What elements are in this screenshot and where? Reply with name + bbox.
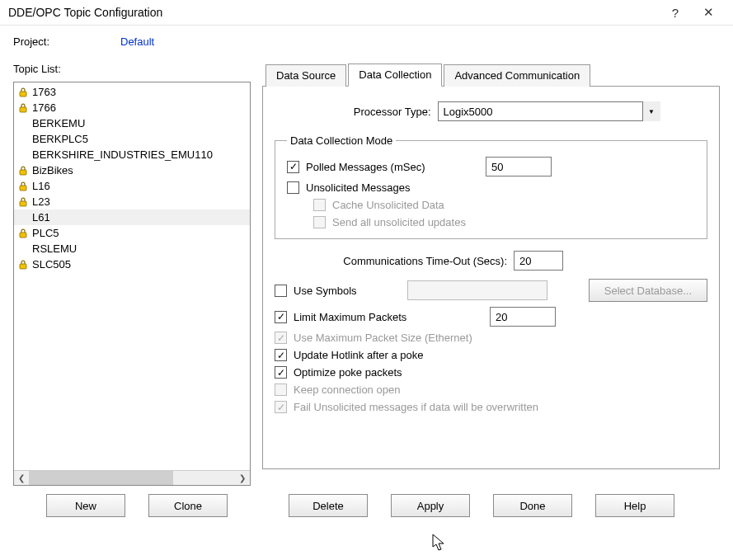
spacer	[17, 134, 29, 145]
topic-list[interactable]: 17631766BERKEMUBERKPLC5BERKSHIRE_INDUSTR…	[13, 82, 251, 486]
topic-item[interactable]: SLC505	[14, 256, 250, 272]
svg-rect-5	[20, 233, 26, 238]
lock-icon	[17, 102, 29, 114]
unsolicited-messages-checkbox[interactable]	[287, 181, 299, 194]
tab-strip: Data Source Data Collection Advanced Com…	[262, 63, 720, 87]
topic-item[interactable]: BERKSHIRE_INDUSTRIES_EMU110	[14, 147, 250, 162]
topic-item-label: SLC505	[32, 258, 71, 271]
limit-max-packets-input[interactable]	[490, 307, 556, 327]
send-all-unsolicited-checkbox	[313, 216, 326, 228]
use-symbols-checkbox[interactable]	[275, 285, 287, 297]
clone-button[interactable]: Clone	[148, 494, 228, 517]
new-button[interactable]: New	[46, 494, 125, 517]
dialog-button-row: New Clone Delete Apply Done Help	[13, 494, 720, 517]
lock-icon	[17, 196, 29, 208]
use-symbols-label: Use Symbols	[294, 285, 401, 297]
lock-icon	[17, 87, 29, 98]
topic-item[interactable]: L16	[14, 178, 250, 194]
polled-messages-checkbox[interactable]	[287, 161, 299, 173]
tab-data-collection[interactable]: Data Collection	[348, 64, 442, 87]
topic-item[interactable]: PLC5	[14, 225, 250, 241]
topic-item[interactable]: L23	[14, 194, 250, 209]
processor-type-value: Logix5000	[444, 106, 493, 118]
tab-panel-data-collection: Processor Type: Logix5000 ▼ Data Collect…	[262, 87, 720, 469]
polled-messages-label: Polled Messages (mSec)	[306, 161, 479, 173]
update-hotlink-label: Update Hotlink after a poke	[294, 349, 424, 361]
project-label: Project:	[13, 35, 120, 48]
topic-item[interactable]: 1763	[14, 84, 250, 100]
spacer	[17, 212, 29, 224]
use-max-packet-size-label: Use Maximum Packet Size (Ethernet)	[294, 332, 472, 344]
keep-connection-open-label: Keep connection open	[294, 384, 400, 396]
spacer	[17, 243, 29, 255]
topic-item-label: L23	[32, 195, 50, 208]
topic-item-label: PLC5	[32, 227, 59, 239]
topic-item[interactable]: L61	[14, 209, 250, 225]
window-title: DDE/OPC Topic Configuration	[8, 6, 659, 19]
topic-item[interactable]: BizBikes	[14, 162, 250, 178]
spacer	[17, 149, 29, 161]
delete-button[interactable]: Delete	[289, 494, 368, 517]
svg-rect-2	[20, 170, 26, 175]
select-database-button: Select Database...	[589, 279, 707, 302]
lock-icon	[17, 259, 29, 271]
use-max-packet-size-checkbox	[275, 332, 287, 344]
topic-item-label: L61	[32, 211, 50, 224]
horizontal-scrollbar[interactable]: ❮ ❯	[14, 470, 250, 485]
lock-icon	[17, 228, 29, 239]
processor-type-select[interactable]: Logix5000 ▼	[438, 101, 660, 121]
title-bar: DDE/OPC Topic Configuration ? ✕	[0, 0, 733, 26]
data-collection-mode-label: Data Collection Mode	[287, 134, 396, 147]
svg-rect-1	[20, 107, 26, 112]
done-button[interactable]: Done	[493, 494, 572, 517]
close-icon[interactable]: ✕	[692, 5, 725, 20]
svg-rect-4	[20, 201, 26, 206]
optimize-poke-label: Optimize poke packets	[294, 366, 402, 379]
topic-item[interactable]: BERKEMU	[14, 115, 250, 131]
help-button[interactable]: Help	[595, 494, 674, 517]
mouse-cursor-icon	[432, 534, 445, 552]
comm-timeout-input[interactable]	[514, 251, 563, 271]
fail-unsolicited-checkbox	[275, 401, 287, 413]
scroll-left-icon[interactable]: ❮	[14, 471, 29, 486]
topic-item[interactable]: BERKPLC5	[14, 131, 250, 147]
tab-data-source[interactable]: Data Source	[265, 64, 346, 87]
cache-unsolicited-label: Cache Unsolicited Data	[332, 199, 444, 211]
topic-item-label: RSLEMU	[32, 242, 77, 255]
svg-rect-0	[20, 92, 26, 96]
send-all-unsolicited-label: Send all unsolicited updates	[332, 216, 466, 228]
limit-max-packets-label: Limit Maximum Packets	[294, 311, 483, 323]
use-symbols-input	[407, 280, 547, 300]
lock-icon	[17, 165, 29, 176]
project-row: Project: Default	[13, 35, 720, 48]
scroll-right-icon[interactable]: ❯	[235, 471, 250, 486]
topic-item[interactable]: RSLEMU	[14, 241, 250, 256]
project-value: Default	[120, 35, 154, 48]
apply-button[interactable]: Apply	[391, 494, 470, 517]
help-icon[interactable]: ?	[659, 6, 692, 20]
topic-item-label: BERKSHIRE_INDUSTRIES_EMU110	[32, 148, 213, 161]
chevron-down-icon[interactable]: ▼	[642, 101, 660, 121]
cache-unsolicited-checkbox	[313, 199, 326, 211]
comm-timeout-label: Communications Time-Out (Secs):	[324, 255, 514, 267]
limit-max-packets-checkbox[interactable]	[275, 311, 287, 323]
update-hotlink-checkbox[interactable]	[275, 349, 287, 361]
topic-item-label: 1763	[32, 86, 56, 98]
processor-type-label: Processor Type:	[322, 106, 438, 118]
topic-list-label: Topic List:	[13, 63, 251, 75]
svg-rect-6	[20, 264, 26, 269]
topic-item[interactable]: 1766	[14, 100, 250, 115]
optimize-poke-checkbox[interactable]	[275, 366, 287, 379]
scroll-thumb[interactable]	[29, 471, 173, 485]
tab-advanced-communication[interactable]: Advanced Communication	[444, 64, 590, 87]
data-collection-mode-group: Data Collection Mode Polled Messages (mS…	[275, 134, 707, 239]
svg-rect-3	[20, 186, 26, 191]
fail-unsolicited-label: Fail Unsolicited messages if data will b…	[294, 401, 538, 413]
keep-connection-open-checkbox	[275, 384, 287, 396]
polled-messages-input[interactable]	[486, 157, 552, 176]
topic-item-label: BizBikes	[32, 164, 73, 176]
topic-item-label: L16	[32, 180, 50, 192]
unsolicited-messages-label: Unsolicited Messages	[306, 181, 410, 194]
topic-item-label: BERKPLC5	[32, 133, 88, 145]
spacer	[17, 118, 29, 129]
